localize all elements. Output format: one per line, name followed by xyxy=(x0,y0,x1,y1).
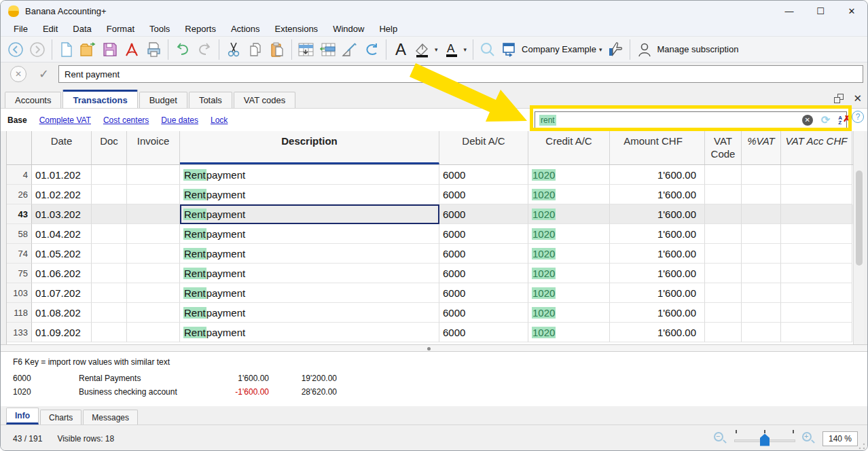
cell-debit[interactable]: 6000 xyxy=(439,244,528,264)
cell-amount[interactable]: 1'600.00 xyxy=(610,303,705,323)
cell-vat-code[interactable] xyxy=(705,185,742,204)
help-icon[interactable]: ? xyxy=(852,111,864,123)
col-amount[interactable]: Amount CHF xyxy=(610,131,705,164)
col-date[interactable]: Date xyxy=(32,131,92,164)
cell-debit[interactable]: 6000 xyxy=(439,204,528,224)
accept-edit-icon[interactable]: ✓ xyxy=(39,67,49,82)
close-view-icon[interactable]: ✕ xyxy=(853,92,862,105)
cell-amount[interactable]: 1'600.00 xyxy=(610,224,705,244)
cell-vat-acc[interactable] xyxy=(781,165,852,185)
row-number[interactable]: 133 xyxy=(7,323,32,342)
cell-vat-code[interactable] xyxy=(705,323,742,342)
cell-pvat[interactable] xyxy=(742,165,781,185)
row-number[interactable]: 103 xyxy=(7,283,32,303)
row-number[interactable]: 118 xyxy=(7,303,32,323)
formula-input[interactable] xyxy=(58,65,863,83)
cell-date[interactable]: 01.02.202 xyxy=(32,185,92,204)
cell-invoice[interactable] xyxy=(127,264,180,283)
cell-debit[interactable]: 6000 xyxy=(439,264,528,283)
cell-debit[interactable]: 6000 xyxy=(439,283,528,303)
cell-description[interactable]: Rent payment xyxy=(180,224,439,244)
cell-amount[interactable]: 1'600.00 xyxy=(610,204,705,224)
cell-vat-code[interactable] xyxy=(705,264,742,283)
col-doc[interactable]: Doc xyxy=(92,131,127,164)
cell-amount[interactable]: 1'600.00 xyxy=(610,185,705,204)
tab-messages[interactable]: Messages xyxy=(83,410,138,425)
menu-window[interactable]: Window xyxy=(325,22,372,35)
table-row[interactable]: 4301.03.202Rent payment600010201'600.00 xyxy=(7,204,853,224)
scrollbar-thumb[interactable] xyxy=(856,170,863,266)
save-button[interactable] xyxy=(99,39,121,60)
cell-vat-acc[interactable] xyxy=(781,244,852,264)
cell-amount[interactable]: 1'600.00 xyxy=(610,264,705,283)
table-row[interactable]: 401.01.202Rent payment600010201'600.00 xyxy=(7,165,853,185)
cell-vat-acc[interactable] xyxy=(781,264,852,283)
cell-pvat[interactable] xyxy=(742,204,781,224)
company-dropdown[interactable]: ▾ xyxy=(599,46,602,53)
menu-help[interactable]: Help xyxy=(372,22,405,35)
recalculate-button[interactable] xyxy=(361,39,382,60)
cell-vat-code[interactable] xyxy=(705,303,742,323)
cell-credit[interactable]: 1020 xyxy=(528,323,610,342)
cancel-edit-icon[interactable]: ✕ xyxy=(10,66,26,82)
zoom-slider-handle[interactable] xyxy=(760,434,770,446)
cell-credit[interactable]: 1020 xyxy=(528,303,610,323)
cell-description[interactable]: Rent payment xyxy=(180,264,439,283)
cell-date[interactable]: 01.08.202 xyxy=(32,303,92,323)
cut-button[interactable] xyxy=(223,39,245,60)
cell-pvat[interactable] xyxy=(742,244,781,264)
cell-vat-acc[interactable] xyxy=(781,224,852,244)
cell-credit[interactable]: 1020 xyxy=(528,224,610,244)
cell-credit[interactable]: 1020 xyxy=(528,244,610,264)
cell-credit[interactable]: 1020 xyxy=(528,185,610,204)
cell-pvat[interactable] xyxy=(742,323,781,342)
cell-description[interactable]: Rent payment xyxy=(180,185,439,204)
cell-invoice[interactable] xyxy=(127,323,180,342)
view-due-dates[interactable]: Due dates xyxy=(161,115,198,125)
cell-pvat[interactable] xyxy=(742,264,781,283)
menu-data[interactable]: Data xyxy=(65,22,98,35)
thumbs-up-icon[interactable] xyxy=(604,39,626,60)
menu-reports[interactable]: Reports xyxy=(177,22,223,35)
cell-date[interactable]: 01.03.202 xyxy=(32,204,92,224)
open-file-button[interactable] xyxy=(77,39,99,60)
copy-button[interactable] xyxy=(245,39,266,60)
cell-vat-code[interactable] xyxy=(705,283,742,303)
cell-vat-code[interactable] xyxy=(705,165,742,185)
company-selector[interactable]: Company Example xyxy=(522,44,596,54)
manage-subscription-link[interactable]: Manage subscription xyxy=(657,44,738,54)
table-row[interactable]: 7501.06.202Rent payment600010201'600.00 xyxy=(7,264,853,283)
refresh-filter-icon[interactable]: ⟳ xyxy=(821,113,830,126)
tab-charts[interactable]: Charts xyxy=(40,410,82,425)
tab-accounts[interactable]: Accounts xyxy=(5,92,61,108)
cell-date[interactable]: 01.01.202 xyxy=(32,165,92,185)
font-color-dropdown[interactable]: ▾ xyxy=(464,46,467,53)
cell-date[interactable]: 01.06.202 xyxy=(32,264,92,283)
font-color-button[interactable]: A xyxy=(441,39,463,60)
cell-amount[interactable]: 1'600.00 xyxy=(610,244,705,264)
table-row[interactable]: 10301.07.202Rent payment600010201'600.00 xyxy=(7,283,853,303)
cell-credit[interactable]: 1020 xyxy=(528,165,610,185)
menu-file[interactable]: File xyxy=(6,22,35,35)
table-row[interactable]: 7401.05.202Rent payment600010201'600.00 xyxy=(7,244,853,264)
cell-doc[interactable] xyxy=(92,165,127,185)
cell-description[interactable]: Rent payment xyxy=(180,244,439,264)
cell-doc[interactable] xyxy=(92,185,127,204)
panel-splitter[interactable] xyxy=(1,344,867,352)
col-invoice[interactable]: Invoice xyxy=(127,131,180,164)
tab-budget[interactable]: Budget xyxy=(139,92,187,108)
cell-doc[interactable] xyxy=(92,264,127,283)
cell-vat-code[interactable] xyxy=(705,224,742,244)
pdf-export-button[interactable] xyxy=(121,39,143,60)
row-number[interactable]: 75 xyxy=(7,264,32,283)
cell-description[interactable]: Rent payment xyxy=(180,323,439,342)
view-cost-centers[interactable]: Cost centers xyxy=(103,115,149,125)
cell-vat-acc[interactable] xyxy=(781,283,852,303)
table-row[interactable]: 11801.08.202Rent payment600010201'600.00 xyxy=(7,303,853,323)
cell-amount[interactable]: 1'600.00 xyxy=(610,283,705,303)
cell-credit[interactable]: 1020 xyxy=(528,204,610,224)
tab-info[interactable]: Info xyxy=(6,408,39,425)
new-file-button[interactable] xyxy=(56,39,77,60)
forward-button[interactable] xyxy=(26,39,48,60)
cell-doc[interactable] xyxy=(92,303,127,323)
